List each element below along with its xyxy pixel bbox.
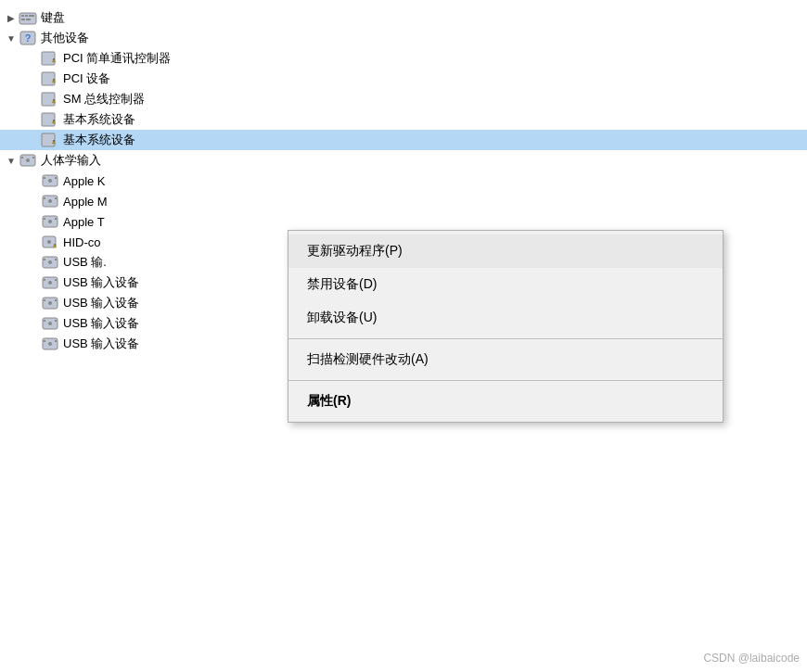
watermark: CSDN @laibaicode (703, 652, 800, 665)
tree-item-pci-device[interactable]: ! PCI 设备 (0, 69, 807, 89)
svg-rect-30 (44, 177, 45, 179)
scan-hardware-label: 扫描检测硬件改动(A) (307, 351, 429, 368)
warning-device-icon-2: ! (41, 70, 59, 88)
usb-4-label: USB 输入设备 (63, 315, 139, 332)
svg-rect-38 (44, 218, 45, 220)
svg-point-45 (48, 260, 52, 264)
svg-rect-46 (44, 259, 45, 260)
tree-item-pci-simple[interactable]: ! PCI 简单通讯控制器 (0, 48, 807, 69)
svg-rect-51 (55, 279, 57, 281)
chevron-down-icon-2: ▼ (4, 153, 19, 168)
hid-device-icon-2 (41, 192, 59, 210)
usb-2-label: USB 输入设备 (63, 274, 139, 291)
base-system-2-label: 基本系统设备 (63, 132, 135, 148)
svg-rect-50 (44, 279, 45, 281)
separator-1 (288, 338, 723, 339)
hid-icon (19, 151, 37, 170)
tree-item-sm-bus[interactable]: ! SM 总线控制器 (0, 89, 807, 109)
sm-bus-label: SM 总线控制器 (63, 91, 145, 108)
svg-rect-39 (55, 218, 57, 220)
usb-1-label: USB 输. (63, 254, 107, 271)
svg-rect-47 (55, 259, 57, 260)
svg-text:!: ! (53, 139, 55, 145)
svg-rect-59 (55, 320, 57, 322)
context-menu-disable-device[interactable]: 禁用设备(D) (288, 268, 723, 301)
svg-rect-55 (55, 299, 57, 301)
other-devices-label: 其他设备 (41, 30, 89, 46)
chevron-right-icon: ▶ (4, 10, 19, 25)
svg-text:!: ! (53, 78, 55, 83)
svg-point-33 (48, 199, 52, 203)
svg-point-29 (48, 179, 52, 183)
properties-label: 属性(R) (307, 393, 351, 410)
context-menu-scan-hardware[interactable]: 扫描检测硬件改动(A) (288, 343, 723, 376)
svg-rect-6 (32, 15, 34, 17)
context-menu-update-driver[interactable]: 更新驱动程序(P) (288, 235, 723, 268)
svg-rect-31 (55, 177, 57, 179)
svg-rect-2 (25, 15, 28, 17)
svg-point-61 (48, 342, 52, 346)
hid-label: 人体学输入 (41, 152, 101, 169)
tree-item-hid[interactable]: ▼ 人体学输入 (0, 150, 807, 171)
disable-device-label: 禁用设备(D) (307, 276, 377, 293)
unknown-device-icon: ? (19, 29, 37, 47)
hid-device-icon-8 (41, 335, 59, 353)
tree-item-keyboard[interactable]: ▶ 键盘 (0, 7, 807, 28)
hid-device-icon-6 (41, 294, 59, 312)
svg-point-37 (48, 220, 52, 223)
apple-t-label: Apple T (63, 215, 105, 229)
hid-device-icon (41, 171, 59, 190)
svg-rect-54 (44, 299, 45, 301)
watermark-text: CSDN @laibaicode (703, 652, 800, 665)
warning-device-icon-3: ! (41, 90, 59, 108)
svg-rect-1 (21, 15, 24, 17)
hid-device-icon-7 (41, 314, 59, 333)
svg-text:!: ! (53, 119, 55, 124)
svg-rect-5 (26, 19, 31, 20)
separator-2 (288, 380, 723, 381)
svg-rect-26 (21, 157, 23, 158)
uninstall-device-label: 卸载设备(U) (307, 310, 377, 326)
svg-rect-62 (44, 340, 45, 342)
svg-rect-35 (55, 197, 57, 199)
apple-k-label: Apple K (63, 174, 106, 188)
apple-m-label: Apple M (63, 195, 108, 209)
tree-item-apple-k[interactable]: Apple K (0, 171, 807, 191)
usb-3-label: USB 输入设备 (63, 295, 139, 311)
svg-text:!: ! (53, 57, 55, 63)
tree-item-base-system[interactable]: ! 基本系统设备 (0, 109, 807, 130)
svg-point-49 (48, 281, 52, 285)
hid-device-icon-3 (41, 212, 59, 231)
hid-device-icon-4 (41, 253, 59, 272)
warning-device-icon-4: ! (41, 110, 59, 129)
svg-text:?: ? (25, 32, 32, 44)
context-menu: 更新驱动程序(P) 禁用设备(D) 卸载设备(U) 扫描检测硬件改动(A) 属性… (288, 230, 724, 423)
context-menu-uninstall-device[interactable]: 卸载设备(U) (288, 301, 723, 335)
hid-co-label: HID-co (63, 235, 100, 249)
tree-item-other-devices[interactable]: ▼ ? 其他设备 (0, 28, 807, 48)
svg-text:!: ! (53, 98, 55, 104)
svg-point-25 (26, 158, 30, 162)
hid-device-icon-5 (41, 273, 59, 292)
keyboard-icon (19, 8, 37, 27)
keyboard-label: 键盘 (41, 9, 65, 26)
svg-point-41 (47, 240, 51, 244)
tree-item-apple-t[interactable]: Apple T (0, 211, 807, 232)
svg-rect-63 (55, 340, 57, 342)
pci-simple-label: PCI 简单通讯控制器 (63, 50, 171, 67)
svg-point-53 (48, 301, 52, 305)
update-driver-label: 更新驱动程序(P) (307, 243, 403, 260)
svg-point-57 (48, 322, 52, 325)
pci-device-label: PCI 设备 (63, 70, 110, 87)
tree-item-base-system-2[interactable]: ! 基本系统设备 (0, 130, 807, 150)
svg-rect-3 (29, 15, 32, 17)
svg-rect-27 (32, 157, 34, 158)
base-system-label: 基本系统设备 (63, 111, 135, 128)
chevron-down-icon: ▼ (4, 31, 19, 45)
tree-item-apple-m[interactable]: Apple M (0, 191, 807, 211)
context-menu-properties[interactable]: 属性(R) (288, 385, 723, 418)
warning-device-icon-6: ! (41, 233, 59, 251)
svg-rect-58 (44, 320, 45, 322)
warning-device-icon: ! (41, 49, 59, 68)
warning-device-icon-5: ! (41, 131, 59, 149)
